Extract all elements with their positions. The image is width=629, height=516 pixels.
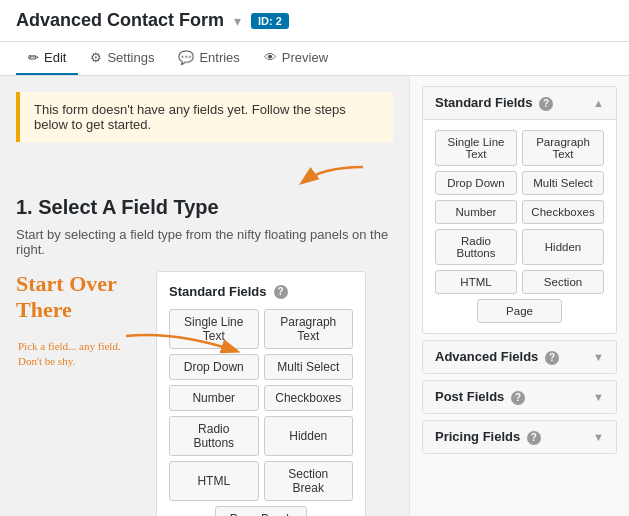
tab-entries-label: Entries: [199, 50, 239, 65]
sidebar-fields-grid: Single Line Text Paragraph Text Drop Dow…: [435, 130, 604, 323]
sidebar-post-fields-title: Post Fields ?: [435, 389, 525, 405]
step1-desc: Start by selecting a field type from the…: [16, 227, 393, 257]
sidebar-btn-single-line[interactable]: Single Line Text: [435, 130, 517, 166]
sidebar-btn-radio[interactable]: Radio Buttons: [435, 229, 517, 265]
sidebar-advanced-fields-header[interactable]: Advanced Fields ? ▼: [423, 341, 616, 373]
sidebar-advanced-fields-title: Advanced Fields ?: [435, 349, 559, 365]
tab-edit[interactable]: ✏ Edit: [16, 42, 78, 75]
sidebar-advanced-fields-panel: Advanced Fields ? ▼: [422, 340, 617, 374]
mini-field-btn-3[interactable]: Multi Select: [264, 354, 354, 380]
sidebar-pricing-fields-title: Pricing Fields ?: [435, 429, 541, 445]
sidebar-post-help-icon[interactable]: ?: [511, 391, 525, 405]
mini-field-btn-10[interactable]: Page Break: [215, 506, 307, 516]
standard-fields-collapse-icon: ▲: [593, 97, 604, 109]
arrow-svg-top: [183, 162, 383, 192]
tab-settings-label: Settings: [107, 50, 154, 65]
sidebar-pricing-fields-header[interactable]: Pricing Fields ? ▼: [423, 421, 616, 453]
tab-entries[interactable]: 💬 Entries: [166, 42, 251, 75]
arrow-svg-right: [116, 326, 266, 376]
right-col: Standard Fields ? ▲ Single Line Text Par…: [409, 76, 629, 516]
left-content: This form doesn't have any fields yet. F…: [0, 76, 409, 516]
sidebar-standard-fields-body: Single Line Text Paragraph Text Drop Dow…: [423, 120, 616, 333]
annotation-text: Start Over There: [16, 271, 117, 324]
sidebar-advanced-help-icon[interactable]: ?: [545, 351, 559, 365]
sidebar-pricing-help-icon[interactable]: ?: [527, 431, 541, 445]
sidebar-standard-fields-header[interactable]: Standard Fields ? ▲: [423, 87, 616, 120]
settings-icon: ⚙: [90, 50, 102, 65]
page-title: Advanced Contact Form: [16, 10, 224, 31]
arrow-area-top: [16, 162, 393, 192]
tab-settings[interactable]: ⚙ Settings: [78, 42, 166, 75]
sidebar-btn-number[interactable]: Number: [435, 200, 517, 224]
sidebar-btn-section[interactable]: Section: [522, 270, 604, 294]
dropdown-arrow[interactable]: ▾: [234, 13, 241, 29]
mini-panel: Standard Fields ? Single Line Text Parag…: [156, 271, 366, 516]
sidebar-pricing-fields-panel: Pricing Fields ? ▼: [422, 420, 617, 454]
sidebar-btn-checkboxes[interactable]: Checkboxes: [522, 200, 604, 224]
mini-field-btn-6[interactable]: Radio Buttons: [169, 416, 259, 456]
sidebar-btn-hidden[interactable]: Hidden: [522, 229, 604, 265]
sidebar-standard-fields-title: Standard Fields ?: [435, 95, 553, 111]
annotation-area: Start Over There Pick a field... any fie…: [16, 271, 393, 516]
sidebar-standard-help-icon[interactable]: ?: [539, 97, 553, 111]
mini-field-btn-7[interactable]: Hidden: [264, 416, 354, 456]
advanced-fields-collapse-icon: ▼: [593, 351, 604, 363]
mini-field-btn-1[interactable]: Paragraph Text: [264, 309, 354, 349]
page-header: Advanced Contact Form ▾ ID: 2: [0, 0, 629, 42]
notice-box: This form doesn't have any fields yet. F…: [16, 92, 393, 142]
id-badge: ID: 2: [251, 13, 289, 29]
sidebar-btn-page[interactable]: Page: [477, 299, 562, 323]
mini-field-btn-4[interactable]: Number: [169, 385, 259, 411]
mini-field-btn-5[interactable]: Checkboxes: [264, 385, 354, 411]
sidebar-btn-dropdown[interactable]: Drop Down: [435, 171, 517, 195]
annotation-subtext: Pick a field... any field. Don't be shy.: [18, 339, 121, 370]
mini-field-btn-8[interactable]: HTML: [169, 461, 259, 501]
tabs-bar: ✏ Edit ⚙ Settings 💬 Entries 👁 Preview: [0, 42, 629, 76]
post-fields-collapse-icon: ▼: [593, 391, 604, 403]
sidebar-btn-html[interactable]: HTML: [435, 270, 517, 294]
pricing-fields-collapse-icon: ▼: [593, 431, 604, 443]
sidebar-post-fields-header[interactable]: Post Fields ? ▼: [423, 381, 616, 413]
tab-edit-label: Edit: [44, 50, 66, 65]
notice-text: This form doesn't have any fields yet. F…: [34, 102, 346, 132]
mini-panel-header: Standard Fields ?: [169, 284, 353, 299]
main-layout: This form doesn't have any fields yet. F…: [0, 76, 629, 516]
mini-panel-help-icon[interactable]: ?: [274, 285, 288, 299]
step1-heading: 1. Select A Field Type: [16, 196, 393, 219]
sidebar-post-fields-panel: Post Fields ? ▼: [422, 380, 617, 414]
tab-preview[interactable]: 👁 Preview: [252, 42, 340, 75]
mini-panel-title: Standard Fields: [169, 284, 267, 299]
preview-icon: 👁: [264, 50, 277, 65]
sidebar-btn-multiselect[interactable]: Multi Select: [522, 171, 604, 195]
entries-icon: 💬: [178, 50, 194, 65]
tab-preview-label: Preview: [282, 50, 328, 65]
sidebar-standard-fields-panel: Standard Fields ? ▲ Single Line Text Par…: [422, 86, 617, 334]
mini-field-btn-9[interactable]: Section Break: [264, 461, 354, 501]
right-col-inner: Standard Fields ? ▲ Single Line Text Par…: [410, 76, 629, 516]
sidebar-btn-paragraph[interactable]: Paragraph Text: [522, 130, 604, 166]
edit-icon: ✏: [28, 50, 39, 65]
